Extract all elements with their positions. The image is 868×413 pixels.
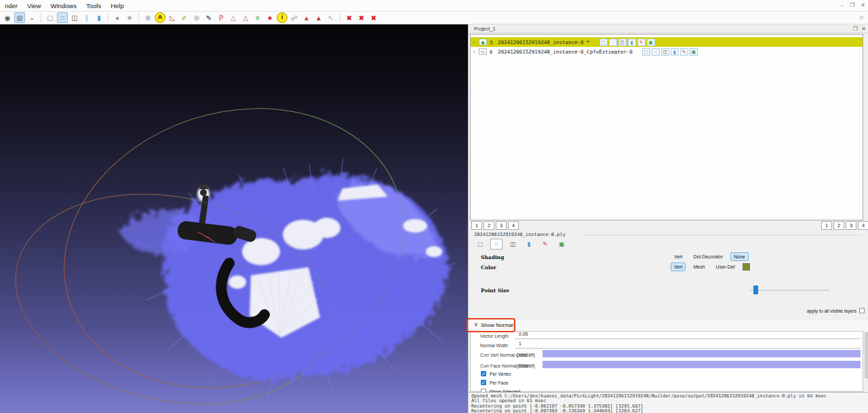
split-toggle-icon[interactable]: ▮ (671, 48, 679, 56)
log-line: Recentering on point [-0.007383 -0.13616… (471, 409, 868, 413)
layer-tab-left-3[interactable]: 3 (496, 221, 507, 230)
points-toggle-icon[interactable]: ⁙ (652, 48, 660, 56)
layer-tab-left-2[interactable]: 2 (484, 221, 494, 230)
layer-stack-icon[interactable]: ≡ (252, 12, 263, 23)
annotation-a-icon[interactable]: A (155, 12, 165, 23)
normal-width-input[interactable]: 1 (515, 341, 861, 349)
horn-tool-icon[interactable]: ✐ (179, 12, 190, 23)
menu-tools[interactable]: Tools (81, 1, 106, 11)
layer-name[interactable]: 20241206152919248_instance-0 * (498, 39, 589, 45)
smooth-render-icon[interactable]: ◒ (26, 12, 37, 23)
split-view-light-icon[interactable]: ∥ (81, 12, 92, 23)
layer-visibility-icon[interactable]: ◉ (479, 39, 487, 45)
point-size-slider-handle[interactable] (753, 286, 758, 294)
search-icon[interactable]: ⌕ (859, 12, 864, 22)
star-tool-icon[interactable]: ★ (264, 12, 275, 23)
screen-toggle-icon[interactable]: ▣ (690, 48, 698, 56)
tree-row-instance[interactable]: › ◉ 3 20241206152919248_instance-0 * ▢ ⁙… (471, 37, 863, 47)
apply-all-checkbox[interactable] (859, 308, 865, 313)
layer-tab-right-3[interactable]: 3 (846, 221, 856, 230)
vector-length-input[interactable]: 0.05 (515, 332, 861, 339)
menu-view[interactable]: View (22, 1, 45, 11)
sphere-icon[interactable]: ● (112, 12, 123, 23)
layer-render-toggles: ▢ ⁙ ◫ ▮ ✎ ▣ (599, 39, 655, 46)
expander-icon[interactable]: › (473, 49, 479, 55)
shaded-render-icon[interactable]: ▧ (14, 12, 25, 23)
split-view-dark-icon[interactable]: ▮ (94, 12, 104, 23)
dock-float-icon[interactable]: ❐ (853, 26, 858, 32)
shading-none-button[interactable]: None (730, 252, 749, 261)
screen-toggle-icon[interactable]: ▣ (647, 39, 655, 46)
layer-tab-left-1[interactable]: 1 (471, 221, 482, 230)
vector-length-label: Vector Length (480, 334, 509, 338)
select-faces-icon[interactable]: ▲ (301, 12, 312, 23)
scrollbar-thumb[interactable] (865, 332, 868, 378)
normals-icon[interactable]: ◫ (69, 12, 80, 23)
color-mesh-button[interactable]: Mesh (690, 262, 708, 271)
screen-mode-button[interactable]: ▣ (555, 239, 568, 250)
delete-faces-icon[interactable]: ✖ (356, 12, 367, 23)
layer-tab-right-4[interactable]: 4 (858, 221, 868, 230)
points-mode-button[interactable]: ⁙ (490, 239, 502, 250)
delete-selection-icon[interactable]: ✖ (344, 12, 355, 23)
normals-mode-button[interactable]: ◫ (507, 239, 519, 250)
color-vert-button[interactable]: Vert (671, 262, 686, 271)
split-toggle-icon[interactable]: ▮ (628, 39, 636, 46)
delete-vertices-icon[interactable]: ✖ (368, 12, 379, 23)
user-def-color-swatch[interactable] (743, 263, 750, 271)
brush-toggle-icon[interactable]: ✎ (680, 48, 688, 56)
cube-toggle-icon[interactable]: ▢ (599, 39, 608, 46)
normals-toggle-icon[interactable]: ◫ (618, 39, 627, 46)
close-button[interactable]: ✕ (861, 1, 865, 10)
layer-type-icon[interactable]: ∿ (479, 48, 487, 55)
node-link-icon[interactable]: ☍ (289, 12, 300, 23)
shading-dot-decorator-button[interactable]: Dot Decorator (690, 252, 726, 261)
shading-label: Shading (481, 254, 505, 260)
mesh-edit-icon[interactable]: △ (228, 12, 239, 23)
pp-tool-icon[interactable]: ℙ (216, 12, 226, 23)
cube-mode-button[interactable]: ▢ (474, 239, 486, 250)
shading-vert-button[interactable]: Vert (671, 252, 686, 261)
viewport-3d[interactable] (0, 24, 468, 413)
point-cloud-icon[interactable]: ⁙ (57, 12, 68, 23)
normals-toggle-icon[interactable]: ◫ (661, 48, 669, 56)
per-vertex-checkbox[interactable]: ✓ (481, 371, 486, 376)
paintbrush-icon[interactable]: ✎ (203, 12, 214, 23)
highlight-annotation (467, 318, 515, 332)
points-toggle-icon[interactable]: ⁙ (609, 39, 617, 46)
point-cloud-render (0, 24, 468, 413)
face-normal-color-bar[interactable] (542, 361, 861, 368)
camera-render-icon[interactable]: ◉ (2, 12, 13, 23)
scrollbar[interactable] (864, 331, 868, 392)
layer-tab-right-2[interactable]: 2 (833, 221, 844, 230)
brush-toggle-icon[interactable]: ✎ (637, 39, 646, 46)
menu-render[interactable]: nder (0, 1, 22, 11)
wireframe-cube-icon[interactable]: ▢ (45, 12, 56, 23)
split-mode-button[interactable]: ▮ (523, 239, 535, 250)
layer-name[interactable]: 20241206152919248_instance-0_CpfvEstimat… (498, 49, 633, 55)
set-square-icon[interactable]: ◺ (167, 12, 178, 23)
menu-help[interactable]: Help (106, 1, 129, 11)
info-icon[interactable]: i (277, 12, 288, 23)
brush-mode-button[interactable]: ✎ (539, 239, 551, 250)
expander-icon[interactable]: › (473, 39, 479, 45)
axes-jack-icon[interactable]: ✳ (124, 12, 135, 23)
grid-sphere-icon[interactable]: ⊛ (191, 12, 202, 23)
globe-icon[interactable]: ⊕ (142, 12, 153, 23)
point-size-slider-track[interactable] (750, 290, 829, 291)
vert-normal-color-bar[interactable] (542, 350, 861, 357)
dock-close-icon[interactable]: ✕ (861, 26, 866, 32)
layer-tab-left-4[interactable]: 4 (508, 221, 519, 230)
restore-button[interactable]: ❐ (850, 1, 854, 10)
tree-row-estimator[interactable]: › ∿ 6 20241206152919248_instance-0_CpfvE… (471, 47, 863, 56)
select-vertices-icon[interactable]: ▲ (313, 12, 324, 23)
layer-tab-right-1[interactable]: 1 (821, 221, 832, 230)
per-face-checkbox[interactable]: ✓ (481, 380, 486, 385)
color-userdef-button[interactable]: User-Def (713, 262, 738, 271)
cube-toggle-icon[interactable]: ▢ (642, 48, 650, 56)
minimize-button[interactable]: – (841, 1, 844, 10)
lasso-select-icon[interactable]: ↖ (326, 12, 336, 23)
menu-windows[interactable]: Windows (45, 1, 81, 11)
show-normal-header[interactable]: ∨ Show Normal (469, 320, 868, 331)
mesh-repair-icon[interactable]: △ (240, 12, 251, 23)
